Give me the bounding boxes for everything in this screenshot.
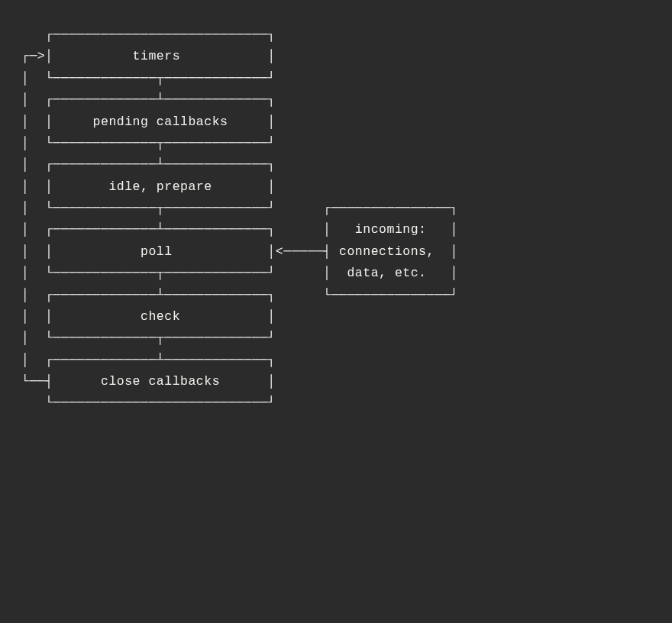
diagram-body: ┌───────────────────────────┐ ┌─>│ timer… bbox=[21, 27, 458, 410]
event-loop-diagram: ┌───────────────────────────┐ ┌─>│ timer… bbox=[0, 0, 672, 439]
